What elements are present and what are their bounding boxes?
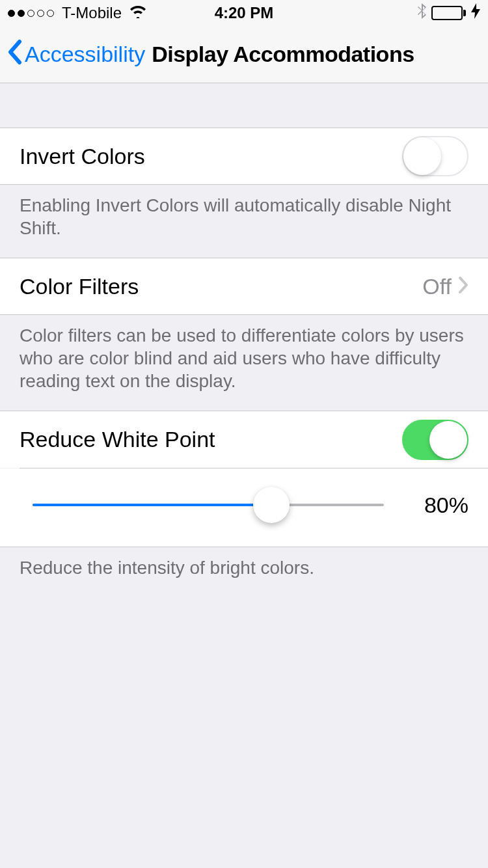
chevron-left-icon [7,39,22,70]
invert-colors-footer: Enabling Invert Colors will automaticall… [0,185,488,258]
back-button[interactable]: Accessibility [7,39,145,70]
invert-colors-row[interactable]: Invert Colors [0,128,488,185]
color-filters-value: Off [422,274,452,299]
signal-strength-icon [8,10,54,17]
invert-colors-toggle[interactable] [402,136,468,176]
reduce-white-point-value: 80% [410,493,468,518]
color-filters-label: Color Filters [20,274,422,299]
wifi-icon [128,4,148,22]
status-bar: T-Mobile 4:20 PM [0,0,488,26]
back-label: Accessibility [25,42,145,67]
carrier-label: T-Mobile [62,4,122,22]
reduce-white-point-slider-row: 80% [0,468,488,547]
reduce-white-point-footer: Reduce the intensity of bright colors. [0,547,488,597]
invert-colors-label: Invert Colors [20,144,402,169]
charging-icon [471,3,480,23]
navigation-bar: Accessibility Display Accommodations [0,26,488,83]
page-title: Display Accommodations [152,42,414,67]
battery-icon [431,6,466,20]
color-filters-row[interactable]: Color Filters Off [0,258,488,315]
chevron-right-icon [458,276,468,297]
reduce-white-point-row[interactable]: Reduce White Point [0,411,488,468]
color-filters-footer: Color filters can be used to differentia… [0,315,488,411]
status-time: 4:20 PM [215,4,274,22]
status-left: T-Mobile [8,4,148,22]
reduce-white-point-slider[interactable] [33,485,384,524]
status-right [417,3,480,23]
reduce-white-point-toggle[interactable] [402,420,468,460]
reduce-white-point-label: Reduce White Point [20,427,402,452]
bluetooth-icon [417,3,427,23]
